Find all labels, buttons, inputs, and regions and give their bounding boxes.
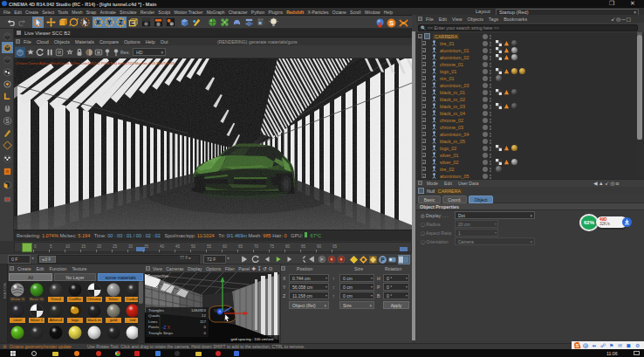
svg-text:S: S <box>5 118 9 124</box>
svg-text:P: P <box>380 257 385 263</box>
svg-text:Z: Z <box>120 19 123 25</box>
svg-text:X: X <box>96 19 100 25</box>
svg-text:Octane Demo Alpha: MeshCount 1: Octane Demo Alpha: MeshCount 1/2ms LiveD… <box>16 61 175 65</box>
svg-text:R: R <box>58 50 61 55</box>
svg-text:S: S <box>388 19 393 27</box>
svg-text:S: S <box>575 343 579 348</box>
svg-text:Y: Y <box>107 19 112 25</box>
